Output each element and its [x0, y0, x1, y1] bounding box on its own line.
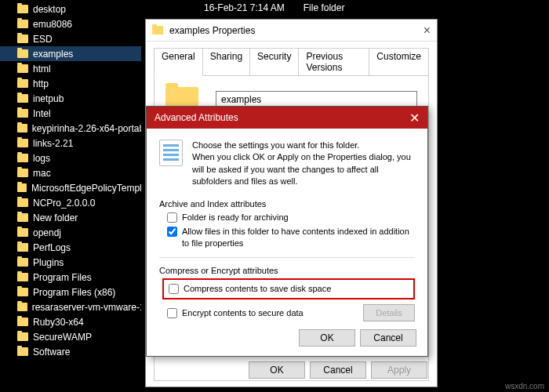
tree-item[interactable]: logs	[0, 151, 141, 165]
encrypt-checkbox-label: Encrypt contents to secure data	[182, 307, 304, 319]
folder-icon	[17, 228, 28, 237]
close-icon[interactable]: ×	[424, 24, 431, 38]
folder-icon	[17, 332, 28, 341]
tab-customize[interactable]: Customize	[369, 48, 429, 76]
archive-checkbox[interactable]	[167, 212, 177, 223]
archive-section-label: Archive and Index attributes	[159, 199, 415, 209]
tree-item-label: NCPro_2.0.0.0	[33, 198, 95, 209]
index-checkbox-row[interactable]: Allow files in this folder to have conte…	[167, 226, 415, 249]
compress-checkbox-label: Compress contents to save disk space	[184, 283, 331, 295]
folder-icon	[17, 34, 28, 43]
tree-item[interactable]: opendj	[0, 225, 141, 240]
tree-item-label: Program Files	[33, 272, 92, 283]
tree-item[interactable]: ESD	[0, 31, 141, 46]
tree-item[interactable]: Ruby30-x64	[0, 314, 141, 329]
ok-button[interactable]: OK	[249, 361, 305, 379]
folder-icon	[17, 49, 28, 58]
tree-item[interactable]: Intel	[0, 106, 141, 121]
tree-item[interactable]: NCPro_2.0.0.0	[0, 195, 141, 210]
ok-button[interactable]: OK	[299, 329, 355, 347]
tree-item[interactable]: emu8086	[0, 16, 141, 31]
apply-button[interactable]: Apply	[371, 361, 427, 379]
tree-item-label: Intel	[33, 108, 51, 119]
tree-item-label: PerfLogs	[33, 242, 71, 253]
index-checkbox[interactable]	[167, 227, 177, 237]
tab-sharing[interactable]: Sharing	[202, 48, 250, 76]
intro-line-2: When you click OK or Apply on the Proper…	[192, 151, 415, 187]
type-cell: File folder	[304, 2, 345, 13]
advanced-titlebar[interactable]: Advanced Attributes ✕	[147, 107, 427, 129]
attributes-icon	[159, 140, 183, 166]
cancel-button[interactable]: Cancel	[310, 361, 366, 379]
tree-item-label: Ruby30-x64	[33, 317, 84, 328]
tree-item-label: html	[33, 64, 51, 74]
tab-previous-versions[interactable]: Previous Versions	[298, 48, 369, 76]
folder-icon	[17, 347, 28, 356]
properties-title: examples Properties	[169, 25, 255, 36]
advanced-attributes-dialog: Advanced Attributes ✕ Choose the setting…	[146, 106, 428, 357]
tree-item[interactable]: New folder	[0, 210, 141, 225]
tree-item[interactable]: inetpub	[0, 91, 141, 106]
tree-item[interactable]: PerfLogs	[0, 240, 141, 255]
intro-text: Choose the settings you want for this fo…	[192, 140, 415, 188]
encrypt-checkbox[interactable]	[167, 308, 177, 318]
tree-item[interactable]: Plugins	[0, 255, 141, 270]
tree-item[interactable]: mac	[0, 165, 141, 180]
folder-icon	[17, 258, 28, 267]
tree-item[interactable]: links-2.21	[0, 136, 141, 151]
tree-item[interactable]: keypirinha-2.26-x64-portable	[0, 121, 141, 136]
details-row[interactable]: 16-Feb-21 7:14 AM File folder	[204, 0, 349, 15]
properties-titlebar[interactable]: examples Properties ×	[146, 20, 437, 42]
cancel-button[interactable]: Cancel	[360, 329, 416, 347]
folder-icon	[17, 154, 28, 162]
compress-section-label: Compress or Encrypt attributes	[159, 266, 415, 275]
tree-item-label: SecureWAMP	[33, 332, 92, 343]
tree-item[interactable]: resaraserver-vm-vmware-1.0	[0, 299, 141, 314]
watermark: wsxdn.com	[505, 382, 544, 390]
tree-item[interactable]: http	[0, 76, 141, 91]
close-icon[interactable]: ✕	[409, 111, 420, 125]
folder-icon	[17, 139, 28, 147]
folder-icon	[17, 124, 27, 132]
folder-icon	[17, 64, 28, 73]
intro-line-1: Choose the settings you want for this fo…	[192, 140, 415, 151]
tree-item[interactable]: desktop	[0, 2, 141, 16]
tree-item-label: Plugins	[33, 257, 64, 268]
folder-icon	[17, 20, 28, 28]
tree-item-label: New folder	[33, 212, 78, 223]
encrypt-checkbox-row[interactable]: Encrypt contents to secure data	[167, 307, 363, 319]
tab-security[interactable]: Security	[249, 48, 299, 76]
folder-icon	[17, 303, 27, 311]
tree-item-label: Software	[33, 347, 70, 358]
tree-item[interactable]: examples	[0, 46, 141, 61]
folder-icon	[17, 109, 28, 118]
date-cell: 16-Feb-21 7:14 AM	[204, 2, 285, 13]
folder-icon	[17, 5, 28, 13]
tree-item-label: links-2.21	[33, 138, 73, 149]
tree-item[interactable]: Program Files (x86)	[0, 285, 141, 299]
folder-icon	[17, 94, 28, 103]
details-button: Details	[363, 304, 415, 321]
tab-general[interactable]: General	[154, 48, 203, 76]
tab-strip: General Sharing Security Previous Versio…	[146, 42, 437, 76]
folder-tree: desktopemu8086ESDexampleshtmlhttpinetpub…	[0, 0, 141, 392]
folder-icon	[152, 26, 163, 34]
tree-item-label: MicrosoftEdgePolicyTemplates	[31, 183, 141, 194]
tree-item-label: examples	[33, 49, 73, 60]
tree-item-label: opendj	[33, 227, 61, 238]
index-checkbox-label: Allow files in this folder to have conte…	[182, 226, 415, 249]
compress-checkbox-row[interactable]: Compress contents to save disk space	[169, 283, 409, 295]
tree-item[interactable]: Program Files	[0, 270, 141, 285]
folder-icon	[17, 79, 28, 88]
tree-item[interactable]: Software	[0, 344, 141, 359]
advanced-title: Advanced Attributes	[155, 112, 238, 123]
compress-checkbox[interactable]	[169, 284, 179, 294]
tree-item[interactable]: MicrosoftEdgePolicyTemplates	[0, 180, 141, 195]
folder-icon	[17, 213, 28, 222]
tree-item[interactable]: SecureWAMP	[0, 329, 141, 344]
folder-icon	[17, 318, 28, 326]
tree-item[interactable]: html	[0, 61, 141, 76]
folder-icon	[17, 169, 28, 177]
folder-icon	[17, 273, 28, 281]
archive-checkbox-row[interactable]: Folder is ready for archiving	[167, 212, 415, 223]
